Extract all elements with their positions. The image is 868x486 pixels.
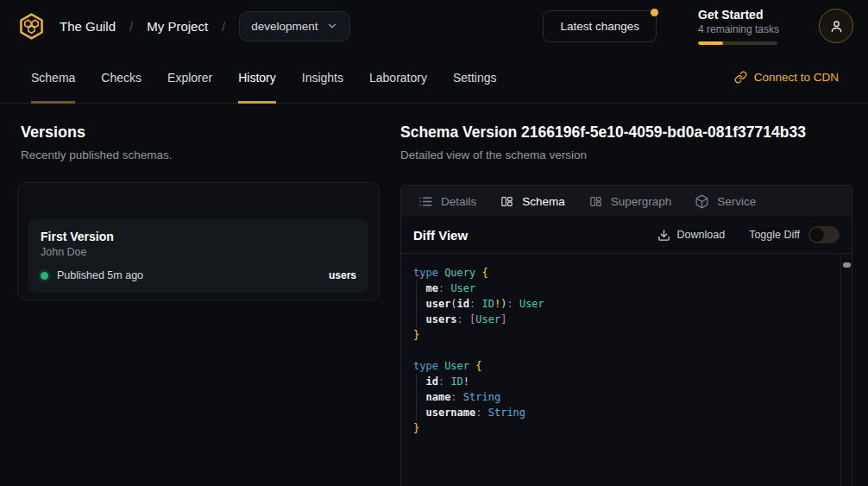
cube-icon — [695, 194, 709, 209]
breadcrumb-separator: / — [129, 19, 133, 34]
version-author: John Doe — [41, 246, 356, 258]
toggle-knob — [810, 228, 824, 242]
tab-explorer[interactable]: Explorer — [167, 52, 212, 103]
version-status-label: Published 5m ago — [57, 269, 143, 281]
detail-tab-schema[interactable]: Schema — [500, 194, 565, 209]
latest-changes-button[interactable]: Latest changes — [543, 10, 657, 42]
page-content: Versions Recently published schemas. Fir… — [0, 104, 868, 486]
code-scrollbar[interactable] — [840, 254, 852, 486]
header-right-cluster: Latest changes Get Started 4 remaining t… — [543, 8, 853, 45]
link-icon — [734, 71, 747, 84]
version-status: Published 5m ago — [41, 269, 143, 281]
get-started-title: Get Started — [698, 8, 777, 22]
target-selector[interactable]: development — [239, 11, 349, 41]
diff-view-header: Diff View Download Toggle Diff — [401, 217, 852, 254]
get-started-subtitle: 4 remaining tasks — [698, 23, 777, 35]
toggle-diff-label: Toggle Diff — [749, 229, 800, 241]
list-icon — [418, 194, 433, 209]
diff-actions: Download Toggle Diff — [657, 226, 840, 243]
tab-checks[interactable]: Checks — [101, 52, 142, 103]
tab-schema[interactable]: Schema — [31, 52, 75, 103]
connect-to-cdn-label: Connect to CDN — [754, 71, 839, 84]
tab-insights[interactable]: Insights — [302, 52, 343, 103]
download-icon — [657, 229, 670, 242]
version-name: First Version — [41, 230, 356, 243]
latest-changes-label: Latest changes — [560, 20, 639, 33]
breadcrumb-org[interactable]: The Guild — [60, 19, 116, 34]
indent-guide — [416, 281, 417, 327]
notification-dot — [651, 9, 658, 16]
target-selector-value: development — [251, 20, 318, 33]
detail-tab-details[interactable]: Details — [418, 194, 476, 209]
breadcrumb-separator: / — [222, 19, 225, 34]
schema-version-subtitle: Detailed view of the schema version — [400, 148, 852, 161]
detail-tab-label: Schema — [522, 195, 565, 208]
chevron-down-icon — [326, 20, 338, 32]
versions-subtitle: Recently published schemas. — [21, 148, 380, 161]
hive-logo-icon[interactable] — [17, 12, 46, 41]
detail-tabstrip: Details Schema Sup — [401, 186, 852, 217]
get-started-widget[interactable]: Get Started 4 remaining tasks — [698, 8, 777, 45]
tab-laboratory[interactable]: Laboratory — [369, 52, 427, 103]
version-list-item[interactable]: First Version John Doe Published 5m ago … — [28, 219, 368, 293]
schema-version-title: Schema Version 2166196f-5e10-4059-bd0a-0… — [400, 123, 852, 142]
service-badge: users — [329, 269, 356, 281]
version-list-card: First Version John Doe Published 5m ago … — [17, 182, 380, 300]
columns-icon — [588, 194, 603, 209]
tab-settings[interactable]: Settings — [453, 52, 497, 103]
detail-tab-service[interactable]: Service — [695, 194, 756, 209]
detail-tab-label: Supergraph — [611, 195, 672, 208]
versions-title: Versions — [21, 123, 380, 142]
diff-view-title: Diff View — [413, 228, 468, 243]
user-avatar[interactable] — [819, 9, 853, 43]
main-nav: Schema Checks Explorer History Insights … — [0, 52, 868, 104]
download-label: Download — [677, 229, 726, 241]
toggle-diff-switch[interactable] — [808, 226, 840, 243]
versions-panel: Versions Recently published schemas. Fir… — [17, 123, 380, 486]
schema-version-detail-card: Details Schema Sup — [400, 185, 852, 486]
schema-version-panel: Schema Version 2166196f-5e10-4059-bd0a-0… — [400, 123, 852, 486]
schema-code-viewer: type Query { me: User user(id: ID!): Use… — [401, 254, 852, 486]
breadcrumb-project[interactable]: My Project — [147, 19, 208, 34]
version-meta-row: Published 5m ago users — [41, 269, 356, 281]
get-started-progressbar — [698, 41, 777, 45]
detail-tab-label: Details — [441, 195, 476, 208]
breadcrumb: The Guild / My Project / development — [60, 11, 350, 41]
app-header: The Guild / My Project / development Lat… — [0, 0, 868, 52]
detail-tab-supergraph[interactable]: Supergraph — [588, 194, 672, 209]
code-block: type Query { me: User user(id: ID!): Use… — [413, 265, 829, 436]
tab-history[interactable]: History — [238, 52, 276, 103]
indent-guide — [416, 374, 417, 420]
progress-fill — [698, 41, 723, 45]
columns-icon — [500, 194, 514, 209]
scrollbar-thumb[interactable] — [843, 262, 851, 268]
toggle-diff-control: Toggle Diff — [749, 226, 840, 243]
published-dot-icon — [41, 272, 48, 280]
detail-tab-label: Service — [717, 195, 756, 208]
connect-to-cdn-link[interactable]: Connect to CDN — [734, 52, 839, 103]
person-icon — [828, 18, 845, 35]
download-button[interactable]: Download — [657, 229, 726, 242]
